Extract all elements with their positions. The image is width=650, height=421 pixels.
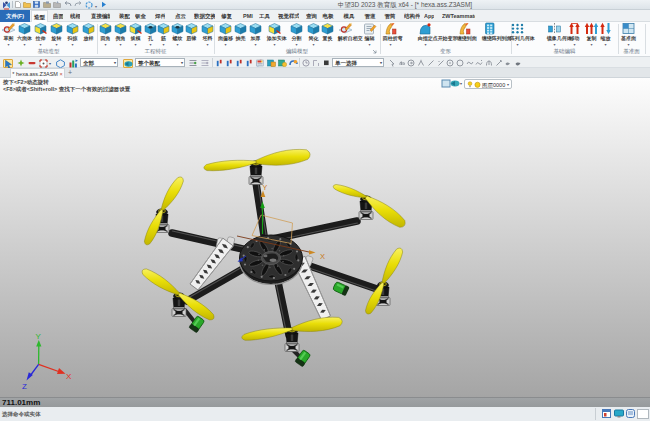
svg-text:X: X	[320, 252, 325, 261]
svg-text:Y: Y	[36, 332, 42, 341]
svg-text:Y: Y	[263, 184, 268, 191]
svg-text:Z: Z	[22, 382, 27, 391]
svg-text:X: X	[66, 372, 72, 381]
